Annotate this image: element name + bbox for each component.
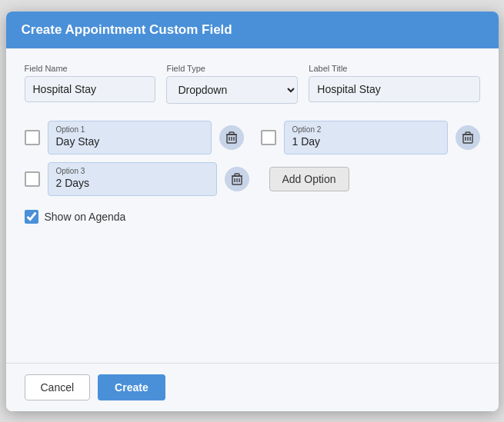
- delete-option-2-button[interactable]: [456, 125, 480, 150]
- option-2-label: Option 2: [292, 125, 439, 134]
- field-type-label: Field Type: [166, 64, 298, 73]
- dialog-body: Field Name Field Type Dropdown Text Numb…: [6, 48, 499, 363]
- fields-row: Field Name Field Type Dropdown Text Numb…: [25, 64, 480, 104]
- option-3-value: 2 Days: [56, 177, 209, 189]
- dialog-header: Create Appointment Custom Field: [6, 12, 499, 48]
- dialog-footer: Cancel Create: [6, 363, 499, 411]
- svg-rect-5: [229, 132, 234, 135]
- field-name-input[interactable]: [25, 76, 156, 102]
- field-name-group: Field Name: [25, 64, 156, 104]
- label-title-group: Label Title: [309, 64, 479, 104]
- option-3-label: Option 3: [56, 167, 209, 175]
- delete-option-3-button[interactable]: [225, 167, 249, 191]
- options-row-1: Option 1 Day Stay Option: [25, 121, 480, 155]
- field-name-label: Field Name: [25, 64, 156, 73]
- label-title-label: Label Title: [309, 64, 479, 73]
- show-agenda-row: Show on Agenda: [25, 210, 480, 224]
- option-1-value: Day Stay: [56, 135, 203, 148]
- trash-icon-2: [462, 131, 473, 144]
- option-3-box: Option 3 2 Days: [48, 162, 217, 196]
- option-1-checkbox[interactable]: [25, 130, 40, 145]
- option-1-box: Option 1 Day Stay: [48, 121, 212, 155]
- field-type-select[interactable]: Dropdown Text Number Date: [166, 76, 298, 104]
- options-row-2: Option 3 2 Days Add Option: [25, 162, 480, 196]
- option-2-checkbox[interactable]: [261, 130, 276, 145]
- delete-option-1-button[interactable]: [219, 125, 244, 150]
- show-agenda-checkbox[interactable]: [25, 210, 38, 224]
- svg-rect-11: [466, 132, 470, 135]
- svg-rect-17: [235, 174, 239, 176]
- trash-icon-3: [232, 173, 242, 185]
- options-grid: Option 1 Day Stay Option: [25, 121, 480, 196]
- create-button[interactable]: Create: [98, 374, 165, 400]
- cancel-button[interactable]: Cancel: [25, 374, 91, 400]
- add-option-area: Add Option: [266, 167, 349, 191]
- dialog-title: Create Appointment Custom Field: [22, 22, 232, 37]
- option-1-label: Option 1: [56, 125, 203, 134]
- show-agenda-label: Show on Agenda: [45, 211, 126, 223]
- option-2-value: 1 Day: [292, 135, 439, 148]
- field-type-group: Field Type Dropdown Text Number Date: [166, 64, 298, 104]
- trash-icon: [226, 131, 237, 144]
- label-title-input[interactable]: [309, 76, 479, 102]
- option-3-checkbox[interactable]: [25, 171, 40, 187]
- create-custom-field-dialog: Create Appointment Custom Field Field Na…: [6, 12, 499, 411]
- add-option-button[interactable]: Add Option: [269, 167, 349, 191]
- option-2-box: Option 2 1 Day: [284, 121, 448, 155]
